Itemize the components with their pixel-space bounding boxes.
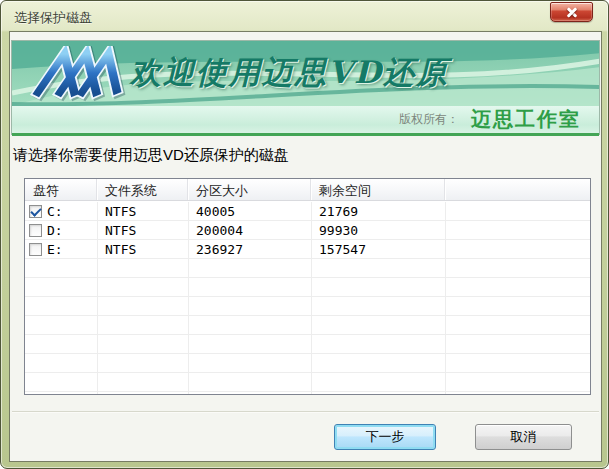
- mx-logo-icon: [26, 46, 126, 102]
- disk-checkbox[interactable]: [29, 243, 42, 256]
- dialog-content: 欢迎使用迈思VD还原 版权所有： 迈思工作室 请选择你需要使用迈思VD还原保护的…: [9, 31, 602, 462]
- column-header-filesystem[interactable]: 文件系统: [97, 179, 188, 200]
- partition-size-value: 236927: [188, 241, 311, 259]
- next-button[interactable]: 下一步: [334, 424, 436, 450]
- disk-row[interactable]: E: NTFS 236927 157547: [25, 240, 590, 259]
- column-header-partition-size[interactable]: 分区大小: [188, 179, 311, 200]
- drive-letter: E:: [47, 241, 63, 259]
- column-header-filler: [445, 179, 590, 200]
- window-title: 选择保护磁盘: [14, 9, 92, 27]
- partition-size-value: 200004: [188, 222, 311, 240]
- filesystem-value: NTFS: [97, 222, 188, 240]
- disk-table-header: 盘符 文件系统 分区大小 剩余空间: [25, 179, 590, 201]
- cancel-button[interactable]: 取消: [475, 424, 572, 450]
- copyright-owner: 迈思工作室: [471, 106, 581, 133]
- free-space-value: 157547: [311, 241, 445, 259]
- free-space-value: 21769: [311, 203, 445, 221]
- filesystem-value: NTFS: [97, 241, 188, 259]
- disk-row[interactable]: C: NTFS 40005 21769: [25, 202, 590, 221]
- footer-separator: [12, 411, 599, 412]
- copyright-label: 版权所有：: [399, 111, 459, 128]
- dialog-window: 选择保护磁盘: [0, 0, 609, 469]
- title-bar: 选择保护磁盘: [1, 1, 608, 31]
- banner-graphic: 欢迎使用迈思VD还原: [12, 41, 599, 106]
- banner-title: 欢迎使用迈思VD还原: [130, 52, 449, 94]
- banner: 欢迎使用迈思VD还原 版权所有： 迈思工作室: [11, 40, 600, 135]
- disk-table-body: C: NTFS 40005 21769 D: NTFS 200004 99930…: [25, 202, 590, 394]
- close-button[interactable]: [550, 2, 593, 22]
- disk-checkbox[interactable]: [29, 224, 42, 237]
- column-header-drive[interactable]: 盘符: [25, 179, 97, 200]
- disk-row[interactable]: D: NTFS 200004 99930: [25, 221, 590, 240]
- copyright-strip: 版权所有： 迈思工作室: [12, 106, 599, 136]
- free-space-value: 99930: [311, 222, 445, 240]
- column-header-free-space[interactable]: 剩余空间: [311, 179, 445, 200]
- filesystem-value: NTFS: [97, 203, 188, 221]
- drive-letter: D:: [47, 222, 63, 240]
- instruction-text: 请选择你需要使用迈思VD还原保护的磁盘: [13, 146, 289, 165]
- disk-table: 盘符 文件系统 分区大小 剩余空间 C: NTFS 40005 21769 D:: [24, 178, 591, 395]
- drive-letter: C:: [47, 203, 63, 221]
- disk-checkbox[interactable]: [29, 205, 42, 218]
- partition-size-value: 40005: [188, 203, 311, 221]
